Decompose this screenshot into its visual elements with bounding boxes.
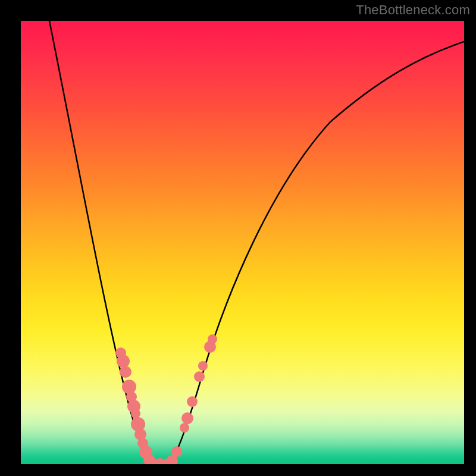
data-marker	[194, 371, 205, 382]
watermark-text: TheBottleneck.com	[356, 2, 470, 18]
data-marker	[181, 412, 193, 424]
data-marker	[208, 334, 217, 344]
data-marker	[180, 423, 189, 433]
bottleneck-curve	[49, 21, 464, 464]
plot-area	[21, 21, 464, 464]
data-marker	[120, 366, 131, 378]
data-marker	[198, 361, 208, 371]
data-marker	[171, 446, 182, 457]
chart-frame: TheBottleneck.com	[0, 0, 476, 476]
data-marker	[187, 396, 198, 407]
curve-svg	[21, 21, 464, 464]
